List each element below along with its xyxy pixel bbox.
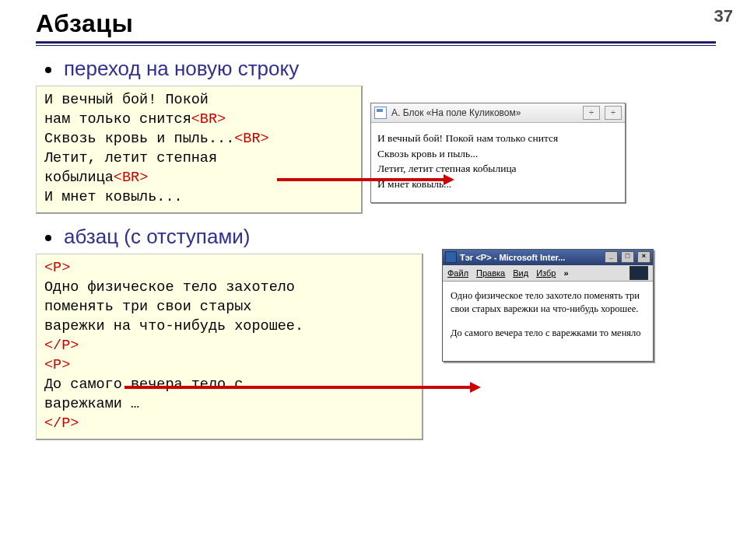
- menu-overflow[interactable]: »: [563, 268, 568, 278]
- preview-title: А. Блок «На поле Куликовом»: [391, 107, 521, 118]
- bullet-newline: переход на новую строку: [36, 57, 716, 81]
- menu-item-edit[interactable]: Правка: [476, 268, 505, 278]
- throbber-icon: [630, 266, 648, 280]
- bullet-text: абзац (с отступами): [64, 225, 250, 249]
- menu-item-fav[interactable]: Избр: [536, 268, 556, 278]
- code-block-p: <P> Одно физическое тело захотело поменя…: [36, 254, 423, 440]
- preview-titlebar: А. Блок «На поле Куликовом» ÷ ÷: [371, 103, 625, 123]
- page-title: Абзацы: [36, 9, 716, 38]
- divider: [36, 41, 716, 44]
- preview-window-p: Тэг <P> - Microsoft Inter... _ □ × Файл …: [442, 249, 654, 362]
- document-icon: [374, 107, 387, 119]
- slide-number: 37: [714, 6, 733, 26]
- rendered-paragraph: Одно физическое тело захотело поменять т…: [451, 289, 645, 316]
- ie-icon: [445, 251, 457, 263]
- preview-window-br: А. Блок «На поле Куликовом» ÷ ÷ И вечный…: [370, 103, 626, 203]
- menu-item-file[interactable]: Файл: [447, 268, 468, 278]
- preview-menubar: Файл Правка Вид Избр »: [443, 265, 653, 282]
- maximize-button[interactable]: □: [621, 251, 634, 263]
- preview-title: Тэг <P> - Microsoft Inter...: [460, 253, 601, 262]
- close-button[interactable]: ×: [637, 251, 651, 263]
- preview-titlebar: Тэг <P> - Microsoft Inter... _ □ ×: [443, 250, 653, 265]
- code-block-br: И вечный бой! Покой нам только снится<BR…: [36, 86, 363, 214]
- nav-button[interactable]: ÷: [583, 106, 600, 120]
- menu-item-view[interactable]: Вид: [513, 268, 528, 278]
- bullet-paragraph: абзац (с отступами): [36, 225, 716, 249]
- divider: [36, 45, 716, 46]
- rendered-line: Летит, летит степная кобылица: [377, 161, 619, 177]
- rendered-line: И мнет ковыль...: [377, 177, 619, 192]
- minimize-button[interactable]: _: [605, 251, 618, 263]
- rendered-line: И вечный бой! Покой нам только снится: [377, 131, 619, 146]
- bullet-dot-icon: [45, 235, 51, 241]
- rendered-paragraph: До самого вечера тело с варежками то мен…: [451, 327, 645, 340]
- bullet-text: переход на новую строку: [64, 57, 299, 81]
- preview-body: Одно физическое тело захотело поменять т…: [443, 282, 653, 362]
- rendered-line: Сквозь кровь и пыль...: [377, 146, 619, 162]
- nav-button[interactable]: ÷: [605, 106, 622, 120]
- preview-body: И вечный бой! Покой нам только снится Ск…: [371, 123, 625, 202]
- bullet-dot-icon: [45, 67, 51, 73]
